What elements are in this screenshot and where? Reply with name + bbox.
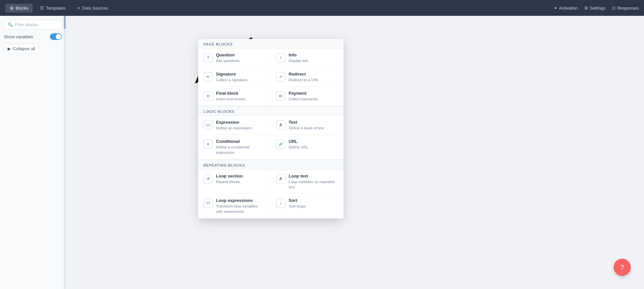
chat-button[interactable]: ? [614,259,631,276]
payment-block[interactable]: ⊟ Payment Collect payments [271,87,343,106]
tab-data-sources[interactable]: ≡ Data Sources [73,4,113,13]
activation-icon: ✦ [554,6,557,11]
expression-block[interactable]: </> Expression Define an expression [198,116,271,135]
signature-block-name: Signature [216,72,247,77]
search-icon: 🔍 [8,22,13,27]
repeating-blocks-header: REPEATING BLOCKS [198,160,343,170]
data-sources-icon: ≡ [78,6,80,11]
sidebar-scrollbar[interactable] [64,16,66,289]
question-icon: ? [203,53,213,62]
logic-blocks-grid: </> Expression Define an expression A Te… [198,116,343,160]
expression-block-desc: Define an expression [216,125,252,131]
conditional-block-name: Conditional [216,139,265,144]
conditional-block[interactable]: ≡ Conditional Define a conditional expre… [198,135,271,159]
sort-block-desc: Sort loops [289,204,306,209]
show-variables-toggle[interactable] [50,33,62,40]
redirect-block[interactable]: ↗ Redirect Redirect to a URL [271,68,343,87]
question-block-desc: Ask questions [216,58,240,63]
expression-block-name: Expression [216,120,252,125]
loop-expressions-block-desc: Transform loop variables with expression… [216,204,265,214]
loop-text-block-name: Loop text [289,174,338,178]
loop-section-block-desc: Repeat blocks [216,179,243,184]
loop-section-block[interactable]: ↺ Loop section Repeat blocks [198,170,271,194]
info-block-name: Info [289,52,308,57]
payment-block-desc: Collect payments [289,96,318,102]
activation-button[interactable]: ✦ Activation [554,6,578,11]
sort-icon: ↕ [276,199,285,208]
loop-expressions-icon: </> [203,199,213,208]
info-icon: i [276,53,285,62]
scrollbar-thumb [64,16,66,29]
loop-text-icon: A [276,174,285,183]
url-block[interactable]: 🔗 URL Define URL [271,135,343,159]
final-block[interactable]: ⊡ Final block Insert end screen [198,87,271,106]
question-block-name: Question [216,52,240,57]
collapse-icon: ▶ [8,46,11,51]
loop-expressions-block[interactable]: </> Loop expressions Transform loop vari… [198,194,271,218]
conditional-block-desc: Define a conditional expression [216,144,265,155]
logic-blocks-header: LOGIC BLOCKS [198,106,343,116]
responses-button[interactable]: ⊡ Responses [612,6,639,11]
loop-text-block[interactable]: A Loop text Loop variables as repeated t… [271,170,343,194]
main-layout: 🔍 Filter blocks Show variables ▶ Collaps… [0,16,644,289]
sort-block[interactable]: ↕ Sort Sort loops [271,194,343,218]
url-icon: 🔗 [276,140,285,149]
tab-templates[interactable]: ☰ Templates [35,4,70,13]
loop-text-block-desc: Loop variables as repeated text [289,179,338,190]
conditional-icon: ≡ [203,140,213,149]
text-icon: A [276,120,285,130]
page-blocks-grid: ? Question Ask questions i Info Display … [198,48,343,106]
top-nav: ⊞ Blocks ☰ Templates ≡ Data Sources ✦ Ac… [0,0,644,16]
final-block-desc: Insert end screen [216,96,245,102]
blocks-icon: ⊞ [10,6,14,11]
question-block[interactable]: ? Question Ask questions [198,48,271,68]
collapse-all-button[interactable]: ▶ Collapse all [4,44,39,53]
redirect-block-name: Redirect [289,72,319,77]
final-icon: ⊡ [203,91,213,101]
sidebar: 🔍 Filter blocks Show variables ▶ Collaps… [0,16,66,289]
expression-icon: </> [203,120,213,130]
final-block-name: Final block [216,91,245,96]
repeating-blocks-grid: ↺ Loop section Repeat blocks A Loop text… [198,170,343,219]
tab-blocks[interactable]: ⊞ Blocks [5,4,33,13]
chat-icon: ? [620,264,624,271]
info-block[interactable]: i Info Display info [271,48,343,68]
signature-block-desc: Collect a signature [216,77,247,82]
redirect-icon: ↗ [276,72,285,81]
url-block-desc: Define URL [289,144,308,150]
responses-icon: ⊡ [612,6,616,11]
text-block-name: Text [289,120,324,125]
text-block[interactable]: A Text Define a block of text [271,116,343,135]
url-block-name: URL [289,139,308,144]
blocks-dropdown-panel: PAGE BLOCKS ? Question Ask questions i I… [198,39,343,219]
settings-icon: ⚙ [584,6,588,11]
show-variables-row: Show variables [4,33,62,40]
filter-blocks-input[interactable]: 🔍 Filter blocks [4,20,62,29]
page-blocks-header: PAGE BLOCKS [198,39,343,48]
text-block-desc: Define a block of text [289,125,324,131]
templates-icon: ☰ [40,6,44,11]
info-block-desc: Display info [289,58,308,63]
signature-icon: ✏ [203,72,213,81]
loop-section-icon: ↺ [203,174,213,183]
show-variables-label: Show variables [4,34,33,39]
sort-block-name: Sort [289,198,306,203]
content-area: PAGE BLOCKS ? Question Ask questions i I… [66,16,644,289]
payment-block-name: Payment [289,91,318,96]
payment-icon: ⊟ [276,91,285,101]
loop-section-block-name: Loop section [216,174,243,178]
loop-expressions-block-name: Loop expressions [216,198,265,203]
settings-button[interactable]: ⚙ Settings [584,6,605,11]
nav-right: ✦ Activation ⚙ Settings ⊡ Responses [554,6,639,11]
signature-block[interactable]: ✏ Signature Collect a signature [198,68,271,87]
redirect-block-desc: Redirect to a URL [289,77,319,82]
